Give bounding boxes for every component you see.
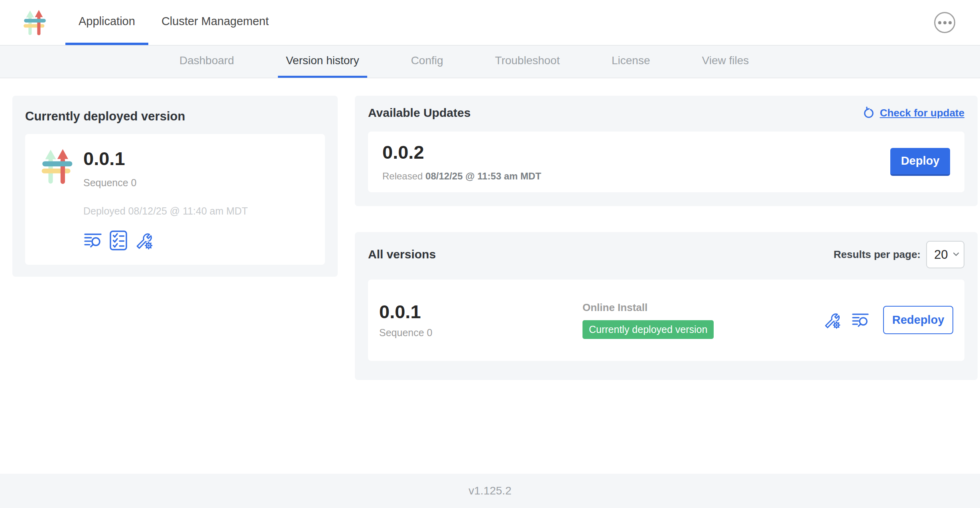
view-logs-icon[interactable] <box>851 312 870 328</box>
update-row: 0.0.2 Released 08/12/25 @ 11:53 am MDT D… <box>368 132 964 192</box>
update-version-number: 0.0.2 <box>382 142 541 163</box>
app-logo-icon <box>23 9 46 36</box>
version-row: 0.0.1 Sequence 0 Online Install Currentl… <box>368 280 964 361</box>
install-type: Online Install <box>582 301 714 314</box>
tab-config[interactable]: Config <box>403 45 451 78</box>
check-for-update-label: Check for update <box>880 107 964 119</box>
row-actions: Redeploy <box>823 306 953 334</box>
row-version-number: 0.0.1 <box>379 301 432 322</box>
deployed-timestamp: Deployed 08/12/25 @ 11:40 am MDT <box>83 205 248 217</box>
console-version: v1.125.2 <box>468 484 511 497</box>
app-sub-nav: Dashboard Version history Config Trouble… <box>0 45 980 78</box>
page-footer: v1.125.2 <box>0 474 980 508</box>
more-options-button[interactable] <box>934 12 955 33</box>
top-nav: Application Cluster Management <box>0 0 980 45</box>
released-date: 08/12/25 @ 11:53 am MDT <box>425 171 541 181</box>
all-versions-card: All versions Results per page: 20 0 <box>355 232 978 380</box>
tab-view-files[interactable]: View files <box>694 45 757 78</box>
right-column: Available Updates Check for update 0.0.2… <box>355 96 978 380</box>
results-per-page-control: Results per page: 20 <box>834 241 964 268</box>
check-for-update-link[interactable]: Check for update <box>862 106 964 120</box>
tab-version-history[interactable]: Version history <box>278 45 367 78</box>
refresh-icon <box>862 106 876 120</box>
deploy-button[interactable]: Deploy <box>890 148 950 176</box>
top-nav-tabs: Application Cluster Management <box>65 0 282 45</box>
ellipsis-icon <box>938 21 941 24</box>
row-sequence: Sequence 0 <box>379 327 432 339</box>
tab-troubleshoot[interactable]: Troubleshoot <box>487 45 568 78</box>
deployed-version-detail: 0.0.1 Sequence 0 Deployed 08/12/25 @ 11:… <box>25 134 325 265</box>
edit-config-icon[interactable] <box>823 311 841 329</box>
deployed-version-number: 0.0.1 <box>83 148 248 169</box>
results-per-page-select[interactable]: 20 <box>926 241 964 268</box>
released-prefix: Released <box>382 171 425 181</box>
tab-license[interactable]: License <box>604 45 658 78</box>
currently-deployed-card: Currently deployed version 0.0.1 Sequenc… <box>12 96 338 277</box>
app-logo-icon <box>41 148 73 185</box>
currently-deployed-title: Currently deployed version <box>25 109 325 124</box>
edit-config-icon[interactable] <box>134 231 153 250</box>
update-released-line: Released 08/12/25 @ 11:53 am MDT <box>382 171 541 182</box>
main-content: Currently deployed version 0.0.1 Sequenc… <box>0 78 980 474</box>
preflight-checks-icon[interactable] <box>110 230 127 250</box>
deployed-sequence: Sequence 0 <box>83 177 248 189</box>
top-tab-cluster-management[interactable]: Cluster Management <box>148 0 282 45</box>
all-versions-title: All versions <box>368 248 436 261</box>
available-updates-title: Available Updates <box>368 106 470 120</box>
results-per-page-label: Results per page: <box>834 248 921 261</box>
deployed-version-actions <box>83 230 248 250</box>
redeploy-button[interactable]: Redeploy <box>883 306 953 334</box>
tab-dashboard[interactable]: Dashboard <box>171 45 242 78</box>
top-tab-application[interactable]: Application <box>65 0 148 45</box>
available-updates-card: Available Updates Check for update 0.0.2… <box>355 96 978 206</box>
view-logs-icon[interactable] <box>83 232 102 249</box>
currently-deployed-badge: Currently deployed version <box>582 320 714 339</box>
